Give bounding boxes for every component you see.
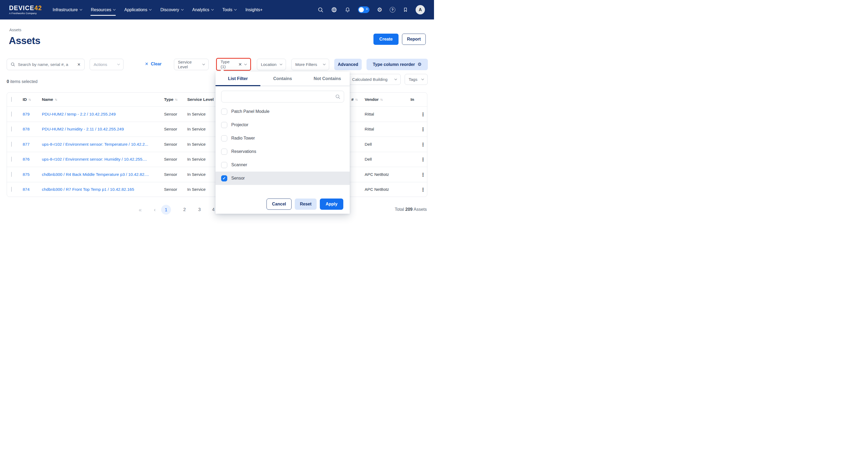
option-scanner[interactable]: Scanner [216, 158, 350, 172]
cancel-button[interactable]: Cancel [267, 199, 291, 210]
asset-service-level: In Service [187, 127, 206, 131]
search-icon[interactable] [318, 7, 323, 13]
sort-icon[interactable]: ↑↓ [29, 98, 31, 101]
sort-icon[interactable]: ↑↓ [380, 98, 383, 101]
column-header-type[interactable]: Type↑↓ [164, 97, 177, 102]
report-button[interactable]: Report [402, 34, 426, 45]
sort-icon[interactable]: ↑↓ [355, 98, 358, 101]
checkbox[interactable] [221, 162, 227, 168]
column-header-in[interactable]: In [410, 97, 414, 102]
asset-id-link[interactable]: 877 [23, 142, 30, 147]
option-reservations[interactable]: Reservations [216, 145, 350, 158]
option-projector[interactable]: Projector [216, 118, 350, 131]
checkbox[interactable] [221, 135, 227, 142]
remove-type-filter-icon[interactable]: ✕ [239, 62, 242, 67]
more-filters-dropdown[interactable]: More Filters [291, 59, 329, 70]
actions-dropdown[interactable]: Actions [90, 59, 124, 70]
sort-icon[interactable]: ↑↓ [175, 98, 177, 101]
checkbox[interactable] [221, 109, 227, 115]
sort-icon[interactable]: ↑↓ [55, 98, 57, 101]
pagination-page-2[interactable]: 2 [183, 207, 186, 212]
asset-name-link[interactable]: ups-8-r102 / Environment sensor: Tempera… [42, 142, 148, 147]
row-menu-icon[interactable]: ⋮ [421, 172, 426, 177]
avatar[interactable]: A [415, 5, 425, 14]
checkbox[interactable] [221, 122, 227, 128]
device42-logo[interactable]: DEVICE42 A Freshworks Company [9, 5, 42, 15]
asset-id-link[interactable]: 875 [23, 172, 30, 177]
location-filter[interactable]: Location [257, 59, 286, 70]
menu-infrastructure[interactable]: Infrastructure [53, 0, 82, 20]
filter-search-input[interactable] [221, 91, 344, 102]
row-checkbox[interactable] [11, 157, 12, 162]
service-level-filter[interactable]: Service Level [174, 59, 209, 70]
row-menu-icon[interactable]: ⋮ [421, 142, 426, 147]
column-header-name[interactable]: Name↑↓ [42, 97, 57, 102]
row-menu-icon[interactable]: ⋮ [421, 157, 426, 162]
menu-applications[interactable]: Applications [124, 0, 151, 20]
asset-name-link[interactable]: PDU-HUM2 / humidity - 2.11 / 10.42.255.2… [42, 127, 124, 131]
asset-name-link[interactable]: PDU-HUM2 / temp - 2.2 / 10.42.255.249 [42, 112, 116, 117]
theme-toggle[interactable]: ☀ [358, 6, 369, 13]
row-checkbox[interactable] [11, 187, 12, 192]
menu-insights[interactable]: Insights+ [245, 0, 262, 20]
tags-filter[interactable]: Tags [405, 74, 428, 85]
column-header-num[interactable]: #↑↓ [351, 97, 358, 102]
pagination-page-3[interactable]: 3 [198, 207, 200, 212]
help-icon[interactable]: ? [390, 7, 395, 12]
asset-vendor: Rittal [365, 127, 374, 131]
create-button[interactable]: Create [373, 34, 399, 45]
asset-id-link[interactable]: 878 [23, 127, 30, 131]
type-column-reorder-button[interactable]: Type column reorder ⚙ [367, 59, 428, 70]
asset-name-link[interactable]: chdbnb300 / R4 Back Middle Temperature p… [42, 172, 149, 177]
bookmark-icon[interactable] [403, 7, 408, 12]
row-checkbox[interactable] [11, 112, 12, 117]
row-checkbox[interactable] [11, 172, 12, 177]
clear-search-icon[interactable]: ✕ [77, 62, 81, 67]
chevron-down-icon [211, 8, 214, 11]
asset-id-link[interactable]: 874 [23, 187, 30, 192]
search-icon [11, 62, 15, 67]
type-filter-panel: List Filter Contains Not Contains Patch … [216, 71, 350, 214]
type-filter-highlighted[interactable]: Type (1) ✕ [216, 58, 251, 71]
asset-name-link[interactable]: ups-8-r102 / Environment sensor: Humidit… [42, 157, 147, 162]
menu-resources[interactable]: Resources [91, 0, 115, 20]
pagination-page-4[interactable]: 4 [212, 207, 214, 212]
pagination-first[interactable]: « [139, 207, 142, 213]
calculated-building-filter[interactable]: Calculated Building [348, 74, 401, 85]
pagination-prev[interactable]: ‹ [154, 207, 156, 213]
row-menu-icon[interactable]: ⋮ [421, 111, 426, 117]
breadcrumb[interactable]: Assets [9, 28, 21, 32]
globe-icon[interactable] [331, 7, 337, 13]
apply-button[interactable]: Apply [320, 199, 343, 210]
menu-tools[interactable]: Tools [222, 0, 236, 20]
gear-icon[interactable]: ⚙ [377, 7, 382, 13]
tab-contains[interactable]: Contains [260, 71, 305, 86]
column-header-id[interactable]: ID↑↓ [23, 97, 31, 102]
clear-filters-button[interactable]: ✕ Clear [145, 61, 161, 66]
column-header-service-level[interactable]: Service Level [187, 97, 214, 102]
asset-id-link[interactable]: 876 [23, 157, 30, 162]
checkbox-checked[interactable] [221, 175, 227, 181]
checkbox[interactable] [221, 149, 227, 155]
advanced-button[interactable]: Advanced [334, 59, 362, 70]
select-all-checkbox[interactable] [11, 97, 12, 102]
menu-discovery[interactable]: Discovery [160, 0, 183, 20]
tab-not-contains[interactable]: Not Contains [305, 71, 350, 86]
row-checkbox[interactable] [11, 126, 12, 131]
row-menu-icon[interactable]: ⋮ [421, 187, 426, 192]
option-sensor[interactable]: Sensor [216, 172, 350, 185]
chevron-down-icon [280, 63, 282, 65]
reset-button[interactable]: Reset [295, 199, 317, 210]
option-radio-tower[interactable]: Radio Tower [216, 131, 350, 145]
column-header-vendor[interactable]: Vendor↑↓ [365, 97, 382, 102]
pagination-page-1[interactable]: 1 [161, 205, 171, 215]
menu-analytics[interactable]: Analytics [192, 0, 213, 20]
row-menu-icon[interactable]: ⋮ [421, 126, 426, 132]
chevron-down-icon [80, 8, 82, 11]
asset-search-input[interactable]: Search by name, serial #, a ✕ [7, 59, 85, 70]
bell-icon[interactable] [345, 7, 350, 13]
asset-id-link[interactable]: 879 [23, 112, 30, 117]
asset-name-link[interactable]: chdbnb300 / R7 Front Top Temp p1 / 10.42… [42, 187, 134, 192]
row-checkbox[interactable] [11, 142, 12, 147]
option-patch-panel-module[interactable]: Patch Panel Module [216, 105, 350, 118]
